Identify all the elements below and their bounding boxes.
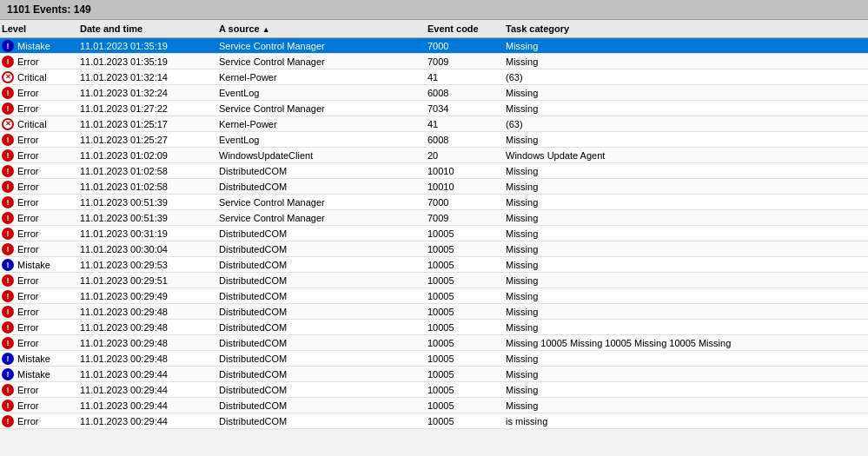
table-row[interactable]: !Error11.01.2023 01:02:58DistributedCOM1… bbox=[0, 163, 868, 179]
table-row[interactable]: !Mistake11.01.2023 00:29:48DistributedCO… bbox=[0, 351, 868, 367]
cell-level: !Error bbox=[0, 149, 78, 162]
cell-eventcode: 10010 bbox=[426, 181, 504, 193]
table-row[interactable]: !Error11.01.2023 00:30:04DistributedCOM1… bbox=[0, 241, 868, 257]
error-icon: ! bbox=[2, 400, 14, 412]
col-header-taskcategory[interactable]: Task category bbox=[504, 23, 765, 35]
table-row[interactable]: !Error11.01.2023 00:29:51DistributedCOM1… bbox=[0, 273, 868, 288]
table-row[interactable]: !Error11.01.2023 00:51:39Service Control… bbox=[0, 210, 868, 226]
cell-level-text: Error bbox=[17, 213, 38, 223]
table-row[interactable]: !Error11.01.2023 00:29:48DistributedCOM1… bbox=[0, 320, 868, 335]
table-row[interactable]: !Error11.01.2023 01:32:24EventLog6008Mis… bbox=[0, 85, 868, 101]
cell-level-text: Error bbox=[17, 135, 38, 145]
table-row[interactable]: !Mistake11.01.2023 00:29:44DistributedCO… bbox=[0, 367, 868, 382]
error-icon: ! bbox=[2, 228, 14, 240]
table-row[interactable]: !Error11.01.2023 01:25:27EventLog6008Mis… bbox=[0, 132, 868, 148]
cell-eventcode: 10005 bbox=[426, 306, 504, 318]
table-row[interactable]: !Error11.01.2023 01:02:09WindowsUpdateCl… bbox=[0, 148, 868, 163]
cell-eventcode: 10005 bbox=[426, 415, 504, 427]
cell-taskcategory: Missing bbox=[504, 243, 765, 255]
table-row[interactable]: !Error11.01.2023 00:29:44DistributedCOM1… bbox=[0, 413, 868, 429]
cell-level-text: Error bbox=[17, 228, 38, 239]
table-row[interactable]: ✕Critical11.01.2023 01:32:14Kernel-Power… bbox=[0, 69, 868, 85]
cell-level: ✕Critical bbox=[0, 117, 78, 131]
table-row[interactable]: !Mistake11.01.2023 01:35:19Service Contr… bbox=[0, 38, 868, 54]
cell-source: DistributedCOM bbox=[217, 337, 426, 349]
table-row[interactable]: !Error11.01.2023 00:31:19DistributedCOM1… bbox=[0, 226, 868, 241]
cell-date: 11.01.2023 01:32:24 bbox=[78, 87, 217, 99]
cell-taskcategory: Missing bbox=[504, 87, 765, 99]
col-header-eventcode[interactable]: Event code bbox=[426, 23, 504, 35]
cell-eventcode: 10005 bbox=[426, 259, 504, 271]
cell-taskcategory: Windows Update Agent bbox=[504, 149, 765, 162]
cell-source: DistributedCOM bbox=[217, 259, 426, 271]
cell-level: !Error bbox=[0, 336, 78, 350]
column-header-row: Level Date and time A source ▲ Event cod… bbox=[0, 20, 868, 38]
cell-level-text: Error bbox=[17, 307, 38, 317]
table-row[interactable]: ✕Critical11.01.2023 01:25:17Kernel-Power… bbox=[0, 116, 868, 132]
cell-date: 11.01.2023 00:30:04 bbox=[78, 243, 217, 255]
cell-level-text: Error bbox=[17, 244, 38, 254]
cell-level-text: Error bbox=[17, 182, 38, 192]
error-icon: ! bbox=[2, 149, 14, 162]
cell-eventcode: 7009 bbox=[426, 56, 504, 68]
cell-source: DistributedCOM bbox=[217, 306, 426, 318]
cell-source: EventLog bbox=[217, 87, 426, 99]
cell-source: DistributedCOM bbox=[217, 165, 426, 177]
table-row[interactable]: !Mistake11.01.2023 00:29:53DistributedCO… bbox=[0, 257, 868, 273]
col-header-level[interactable]: Level bbox=[0, 23, 78, 35]
cell-source: DistributedCOM bbox=[217, 290, 426, 302]
cell-level-text: Error bbox=[17, 197, 38, 208]
table-row[interactable]: !Error11.01.2023 00:29:44DistributedCOM1… bbox=[0, 382, 868, 398]
cell-date: 11.01.2023 01:27:22 bbox=[78, 102, 217, 115]
table-row[interactable]: !Error11.01.2023 00:51:39Service Control… bbox=[0, 195, 868, 210]
table-row[interactable]: !Error11.01.2023 00:29:48DistributedCOM1… bbox=[0, 304, 868, 320]
cell-level: !Error bbox=[0, 289, 78, 303]
event-table[interactable]: !Mistake11.01.2023 01:35:19Service Contr… bbox=[0, 38, 868, 451]
cell-source: DistributedCOM bbox=[217, 274, 426, 287]
cell-level: !Error bbox=[0, 383, 78, 397]
table-row[interactable]: !Error11.01.2023 01:27:22Service Control… bbox=[0, 101, 868, 116]
table-row[interactable]: !Error11.01.2023 00:29:49DistributedCOM1… bbox=[0, 288, 868, 304]
cell-source: Kernel-Power bbox=[217, 71, 426, 83]
cell-eventcode: 7009 bbox=[426, 212, 504, 224]
error-icon: ! bbox=[2, 134, 14, 146]
cell-level-text: Mistake bbox=[17, 369, 50, 380]
title-bar: 1101 Events: 149 bbox=[0, 0, 868, 20]
cell-date: 11.01.2023 00:31:19 bbox=[78, 228, 217, 240]
cell-source: DistributedCOM bbox=[217, 384, 426, 396]
cell-taskcategory: Missing bbox=[504, 212, 765, 224]
cell-taskcategory: Missing bbox=[504, 165, 765, 177]
table-row[interactable]: !Error11.01.2023 01:02:58DistributedCOM1… bbox=[0, 179, 868, 195]
cell-eventcode: 7034 bbox=[426, 102, 504, 115]
cell-date: 11.01.2023 01:02:09 bbox=[78, 149, 217, 162]
cell-date: 11.01.2023 00:29:44 bbox=[78, 384, 217, 396]
cell-source: Kernel-Power bbox=[217, 118, 426, 130]
table-row[interactable]: !Error11.01.2023 00:29:44DistributedCOM1… bbox=[0, 398, 868, 413]
col-header-date[interactable]: Date and time bbox=[78, 23, 217, 35]
cell-eventcode: 10005 bbox=[426, 353, 504, 365]
cell-taskcategory: Missing bbox=[504, 40, 765, 52]
cell-level-text: Error bbox=[17, 400, 38, 411]
cell-level: !Error bbox=[0, 211, 78, 225]
cell-level: !Mistake bbox=[0, 39, 78, 53]
cell-eventcode: 10010 bbox=[426, 165, 504, 177]
cell-taskcategory: Missing bbox=[504, 290, 765, 302]
table-row[interactable]: !Error11.01.2023 00:29:48DistributedCOM1… bbox=[0, 335, 868, 351]
cell-level-text: Mistake bbox=[17, 41, 50, 51]
cell-date: 11.01.2023 01:35:19 bbox=[78, 40, 217, 52]
cell-date: 11.01.2023 01:25:27 bbox=[78, 134, 217, 146]
cell-level: !Error bbox=[0, 321, 78, 334]
cell-source: Service Control Manager bbox=[217, 40, 426, 52]
table-row[interactable]: !Error11.01.2023 01:35:19Service Control… bbox=[0, 54, 868, 69]
cell-level-text: Error bbox=[17, 291, 38, 301]
cell-source: DistributedCOM bbox=[217, 181, 426, 193]
cell-taskcategory: Missing bbox=[504, 196, 765, 208]
cell-level-text: Mistake bbox=[17, 260, 50, 270]
error-icon: ! bbox=[2, 56, 14, 68]
cell-taskcategory: Missing bbox=[504, 274, 765, 287]
cell-level-text: Error bbox=[17, 275, 38, 286]
col-header-source[interactable]: A source ▲ bbox=[217, 23, 426, 35]
cell-eventcode: 10005 bbox=[426, 321, 504, 334]
cell-source: DistributedCOM bbox=[217, 243, 426, 255]
cell-level-text: Critical bbox=[17, 72, 47, 83]
